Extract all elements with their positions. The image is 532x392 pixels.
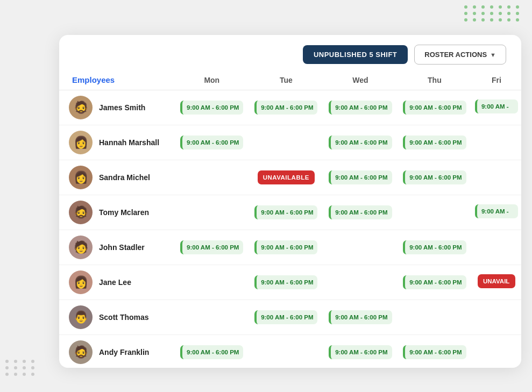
shift-badge: 9:00 AM - 6:00 PM <box>254 275 317 289</box>
employee-cell: 👨 Scott Thomas <box>59 300 175 335</box>
shift-cell-thu[interactable]: 9:00 AM - 6:00 PM <box>398 90 472 125</box>
shift-badge: 9:00 AM - 6:00 PM <box>403 101 466 115</box>
shift-badge: 9:00 AM - 6:00 PM <box>180 240 243 254</box>
shift-badge: 9:00 AM - 6:00 PM <box>403 240 466 254</box>
avatar: 👨 <box>69 305 93 329</box>
shift-cell-wed[interactable] <box>323 230 398 265</box>
shift-badge: 9:00 AM - 6:00 PM <box>329 205 392 219</box>
shift-badge: 9:00 AM - 6:00 PM <box>403 345 466 359</box>
avatar: 👩 <box>69 131 93 154</box>
shift-cell-wed[interactable]: 9:00 AM - 6:00 PM <box>323 125 398 160</box>
friday-header: Fri <box>472 70 521 90</box>
employee-cell: 👩 Hannah Marshall <box>59 125 175 160</box>
shift-cell-mon[interactable] <box>175 160 249 195</box>
shift-badge-clipped: 9:00 AM - <box>475 99 518 113</box>
shift-cell-thu[interactable]: 9:00 AM - 6:00 PM <box>398 230 472 265</box>
roster-actions-button[interactable]: ROSTER ACTIONS ▼ <box>414 45 506 65</box>
shift-cell-wed[interactable]: 9:00 AM - 6:00 PM <box>323 90 398 125</box>
avatar: 🧔 <box>69 201 93 224</box>
avatar: 👩 <box>69 166 93 189</box>
shift-cell-wed[interactable]: 9:00 AM - 6:00 PM <box>323 335 398 368</box>
shift-cell-thu[interactable]: 9:00 AM - 6:00 PM <box>398 160 472 195</box>
shift-cell-mon[interactable]: 9:00 AM - 6:00 PM <box>175 90 249 125</box>
main-card: UNPUBLISHED 5 SHIFT ROSTER ACTIONS ▼ Emp… <box>59 35 521 368</box>
employee-name: Andy Franklin <box>99 348 149 357</box>
shift-badge: 9:00 AM - 6:00 PM <box>180 101 243 115</box>
avatar: 🧔 <box>69 96 93 119</box>
shift-badge: 9:00 AM - 6:00 PM <box>403 170 466 184</box>
table-row: 👩 Sandra Michel UNAVAILABLE9:00 AM - 6:0… <box>59 160 521 195</box>
shift-badge: 9:00 AM - 6:00 PM <box>254 240 317 254</box>
shift-cell-tue[interactable]: 9:00 AM - 6:00 PM <box>249 230 323 265</box>
shift-cell-fri_clip[interactable] <box>472 230 521 265</box>
avatar: 👩 <box>69 270 93 294</box>
employee-name: Jane Lee <box>99 278 131 287</box>
employee-name: James Smith <box>99 103 145 112</box>
shift-cell-wed[interactable]: 9:00 AM - 6:00 PM <box>323 300 398 335</box>
shift-badge: 9:00 AM - 6:00 PM <box>329 310 392 324</box>
shift-cell-fri_clip[interactable] <box>472 300 521 335</box>
chevron-down-icon: ▼ <box>490 52 496 58</box>
shift-cell-fri_clip[interactable] <box>472 125 521 160</box>
table-row: 🧑 John Stadler 9:00 AM - 6:00 PM9:00 AM … <box>59 230 521 265</box>
shift-cell-thu[interactable]: 9:00 AM - 6:00 PM <box>398 265 472 300</box>
shift-cell-mon[interactable]: 9:00 AM - 6:00 PM <box>175 125 249 160</box>
shift-cell-fri_clip[interactable]: 9:00 AM - <box>472 90 521 125</box>
employee-name: John Stadler <box>99 243 145 252</box>
schedule-table-wrapper: Employees Mon Tue Wed Thu Fri 🧔 James Sm… <box>59 65 521 368</box>
shift-badge: 9:00 AM - 6:00 PM <box>254 101 317 115</box>
table-row: 👨 Scott Thomas 9:00 AM - 6:00 PM9:00 AM … <box>59 300 521 335</box>
shift-badge: 9:00 AM - 6:00 PM <box>329 345 392 359</box>
shift-cell-mon[interactable] <box>175 265 249 300</box>
shift-cell-mon[interactable] <box>175 300 249 335</box>
shift-badge: 9:00 AM - 6:00 PM <box>180 136 243 149</box>
shift-cell-tue[interactable]: 9:00 AM - 6:00 PM <box>249 195 323 230</box>
table-row: 🧔 James Smith 9:00 AM - 6:00 PM9:00 AM -… <box>59 90 521 125</box>
shift-cell-mon[interactable]: 9:00 AM - 6:00 PM <box>175 230 249 265</box>
schedule-table: Employees Mon Tue Wed Thu Fri 🧔 James Sm… <box>59 70 521 368</box>
shift-cell-wed[interactable] <box>323 265 398 300</box>
shift-cell-mon[interactable]: 9:00 AM - 6:00 PM <box>175 335 249 368</box>
shift-cell-tue[interactable]: 9:00 AM - 6:00 PM <box>249 90 323 125</box>
shift-cell-wed[interactable]: 9:00 AM - 6:00 PM <box>323 195 398 230</box>
shift-cell-thu[interactable]: 9:00 AM - 6:00 PM <box>398 335 472 368</box>
employee-cell: 👩 Sandra Michel <box>59 160 175 195</box>
shift-cell-fri_clip[interactable]: 9:00 AM - <box>472 195 521 230</box>
shift-badge: 9:00 AM - 6:00 PM <box>329 101 392 115</box>
shift-badge: 9:00 AM - 6:00 PM <box>329 170 392 184</box>
shift-cell-mon[interactable] <box>175 195 249 230</box>
employee-cell: 🧔 Andy Franklin <box>59 335 175 368</box>
shift-cell-wed[interactable]: 9:00 AM - 6:00 PM <box>323 160 398 195</box>
employee-name: Hannah Marshall <box>99 138 159 147</box>
table-row: 🧔 Tomy Mclaren 9:00 AM - 6:00 PM9:00 AM … <box>59 195 521 230</box>
employee-name: Tomy Mclaren <box>99 208 149 217</box>
employee-cell: 🧑 John Stadler <box>59 230 175 265</box>
employee-name: Scott Thomas <box>99 313 149 322</box>
table-row: 🧔 Andy Franklin 9:00 AM - 6:00 PM9:00 AM… <box>59 335 521 368</box>
employee-cell: 🧔 Tomy Mclaren <box>59 195 175 230</box>
employee-cell: 🧔 James Smith <box>59 90 175 125</box>
shift-badge: 9:00 AM - 6:00 PM <box>403 136 466 149</box>
shift-badge: 9:00 AM - 6:00 PM <box>329 136 392 149</box>
thursday-header: Thu <box>398 70 472 90</box>
shift-cell-thu[interactable] <box>398 195 472 230</box>
shift-cell-thu[interactable]: 9:00 AM - 6:00 PM <box>398 125 472 160</box>
shift-cell-fri_clip[interactable] <box>472 160 521 195</box>
shift-cell-tue[interactable]: 9:00 AM - 6:00 PM <box>249 265 323 300</box>
shift-cell-fri_clip[interactable]: UNAVAIL <box>472 265 521 300</box>
employees-column-header: Employees <box>59 70 175 90</box>
table-row: 👩 Jane Lee 9:00 AM - 6:00 PM9:00 AM - 6:… <box>59 265 521 300</box>
shift-cell-thu[interactable] <box>398 300 472 335</box>
shift-badge: 9:00 AM - 6:00 PM <box>254 310 317 324</box>
employee-cell: 👩 Jane Lee <box>59 265 175 300</box>
avatar: 🧔 <box>69 340 93 364</box>
shift-badge: 9:00 AM - 6:00 PM <box>403 275 466 289</box>
shift-cell-tue[interactable]: UNAVAILABLE <box>249 160 323 195</box>
unpublished-shift-button[interactable]: UNPUBLISHED 5 SHIFT <box>303 45 408 64</box>
shift-cell-fri_clip[interactable] <box>472 335 521 368</box>
avatar: 🧑 <box>69 236 93 259</box>
shift-cell-tue[interactable] <box>249 125 323 160</box>
shift-cell-tue[interactable] <box>249 335 323 368</box>
shift-cell-tue[interactable]: 9:00 AM - 6:00 PM <box>249 300 323 335</box>
monday-header: Mon <box>175 70 249 90</box>
